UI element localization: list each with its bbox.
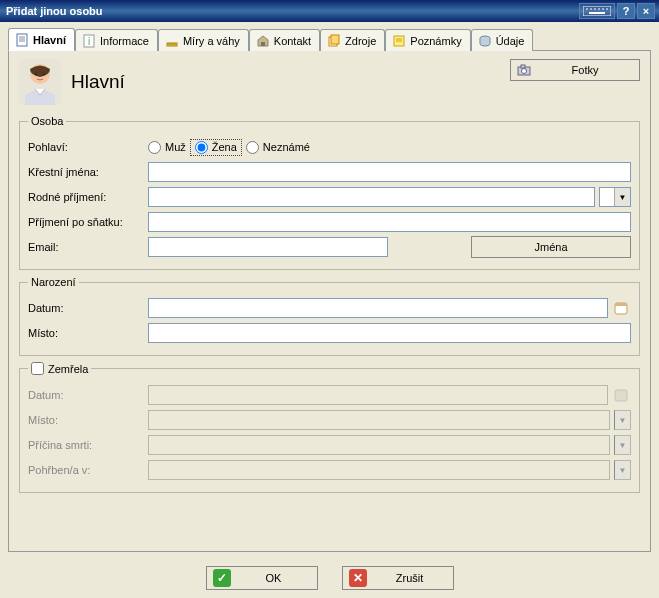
radio-female-label: Žena <box>212 141 237 153</box>
radio-female[interactable]: Žena <box>190 139 242 156</box>
titlebar: Přidat jinou osobu ? × <box>0 0 659 22</box>
row-maiden: Rodné příjmení: ▼ <box>28 186 631 208</box>
tab-miry[interactable]: Míry a váhy <box>158 29 249 51</box>
chevron-down-icon: ▼ <box>614 188 630 206</box>
photos-button-label: Fotky <box>537 64 633 76</box>
legend-osoba: Osoba <box>28 115 66 127</box>
tab-label: Hlavní <box>33 34 66 46</box>
avatar <box>19 59 61 105</box>
label-burial: Pohřben/a v: <box>28 464 148 476</box>
tab-kontakt[interactable]: Kontakt <box>249 29 320 51</box>
row-gender: Pohlaví: Muž Žena Neznámé <box>28 136 631 158</box>
close-icon[interactable]: × <box>637 3 655 19</box>
ruler-icon <box>165 34 179 48</box>
calendar-button[interactable] <box>612 298 631 318</box>
birth-date-input[interactable] <box>148 298 608 318</box>
cancel-button[interactable]: ✕ Zrušit <box>342 566 454 590</box>
radio-male-label: Muž <box>165 141 186 153</box>
radio-unknown-input[interactable] <box>246 141 259 154</box>
svg-point-29 <box>43 73 45 75</box>
names-button-label: Jména <box>534 241 567 253</box>
row-given-names: Křestní jména: <box>28 161 631 183</box>
death-cause-input <box>148 435 610 455</box>
calendar-icon <box>614 388 628 402</box>
radio-male-input[interactable] <box>148 141 161 154</box>
row-death-date: Datum: <box>28 384 631 406</box>
tab-poznamky[interactable]: Poznámky <box>385 29 470 51</box>
svg-point-28 <box>35 73 37 75</box>
action-bar: ✓ OK ✕ Zrušit <box>8 560 651 590</box>
svg-rect-19 <box>261 42 265 46</box>
death-place-input <box>148 410 610 430</box>
panel-header: Hlavní Fotky <box>19 59 640 109</box>
window-title: Přidat jinou osobu <box>4 5 579 17</box>
label-maiden: Rodné příjmení: <box>28 191 148 203</box>
photos-button[interactable]: Fotky <box>510 59 640 81</box>
label-birth-place: Místo: <box>28 327 148 339</box>
row-birth-date: Datum: <box>28 297 631 319</box>
svg-point-31 <box>522 69 527 74</box>
cancel-button-label: Zrušit <box>373 572 447 584</box>
data-icon <box>478 34 492 48</box>
death-calendar-button <box>612 385 631 405</box>
tab-hlavni[interactable]: Hlavní <box>8 28 75 51</box>
titlebar-controls: ? × <box>579 3 655 19</box>
info-icon: i <box>82 34 96 48</box>
tab-udaje[interactable]: Údaje <box>471 29 534 51</box>
cross-icon: ✕ <box>349 569 367 587</box>
deceased-checkbox[interactable] <box>31 362 44 375</box>
tab-label: Údaje <box>496 35 525 47</box>
row-burial: Pohřben/a v: ▼ <box>28 459 631 481</box>
tab-label: Informace <box>100 35 149 47</box>
tab-label: Míry a váhy <box>183 35 240 47</box>
legend-narozeni: Narození <box>28 276 79 288</box>
calendar-icon <box>614 301 628 315</box>
camera-icon <box>517 63 531 77</box>
label-gender: Pohlaví: <box>28 141 148 153</box>
sources-icon <box>327 34 341 48</box>
tab-label: Kontakt <box>274 35 311 47</box>
maiden-suffix-dropdown[interactable]: ▼ <box>599 187 631 207</box>
ok-button[interactable]: ✓ OK <box>206 566 318 590</box>
given-names-input[interactable] <box>148 162 631 182</box>
svg-rect-0 <box>583 6 611 16</box>
page-title: Hlavní <box>71 71 125 93</box>
notes-icon <box>392 34 406 48</box>
label-email: Email: <box>28 241 148 253</box>
svg-rect-34 <box>615 303 627 306</box>
fieldset-osoba: Osoba Pohlaví: Muž Žena Neznámé <box>19 115 640 270</box>
row-death-cause: Příčina smrti: ▼ <box>28 434 631 456</box>
chevron-down-icon: ▼ <box>614 435 631 455</box>
chevron-down-icon: ▼ <box>614 460 631 480</box>
svg-rect-21 <box>331 35 339 44</box>
label-death-place: Místo: <box>28 414 148 426</box>
keyboard-icon[interactable] <box>579 3 615 19</box>
label-given-names: Křestní jména: <box>28 166 148 178</box>
tab-informace[interactable]: i Informace <box>75 29 158 51</box>
radio-female-input[interactable] <box>195 141 208 154</box>
svg-rect-7 <box>589 12 605 14</box>
row-married: Příjmení po sňatku: <box>28 211 631 233</box>
email-input[interactable] <box>148 237 388 257</box>
birth-place-input[interactable] <box>148 323 631 343</box>
tab-label: Zdroje <box>345 35 376 47</box>
tab-zdroje[interactable]: Zdroje <box>320 29 385 51</box>
row-death-place: Místo: ▼ <box>28 409 631 431</box>
dialog-content: Hlavní i Informace Míry a váhy Kontakt Z… <box>0 22 659 598</box>
names-button[interactable]: Jména <box>471 236 631 258</box>
label-birth-date: Datum: <box>28 302 148 314</box>
radio-unknown[interactable]: Neznámé <box>246 141 310 154</box>
row-birth-place: Místo: <box>28 322 631 344</box>
label-death-cause: Příčina smrti: <box>28 439 148 451</box>
radio-male[interactable]: Muž <box>148 141 186 154</box>
label-married: Příjmení po sňatku: <box>28 216 148 228</box>
ok-button-label: OK <box>237 572 311 584</box>
check-icon: ✓ <box>213 569 231 587</box>
legend-zemrela-label: Zemřela <box>48 363 88 375</box>
maiden-input[interactable] <box>148 187 595 207</box>
married-input[interactable] <box>148 212 631 232</box>
radio-unknown-label: Neznámé <box>263 141 310 153</box>
help-icon[interactable]: ? <box>617 3 635 19</box>
row-email: Email: Jména <box>28 236 631 258</box>
contact-icon <box>256 34 270 48</box>
